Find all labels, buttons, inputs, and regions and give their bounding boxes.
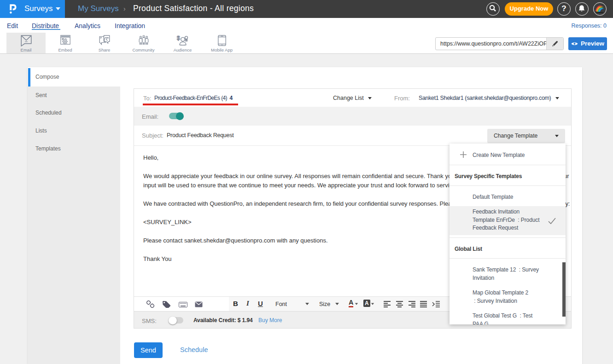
svg-text:$: $ — [176, 35, 180, 41]
